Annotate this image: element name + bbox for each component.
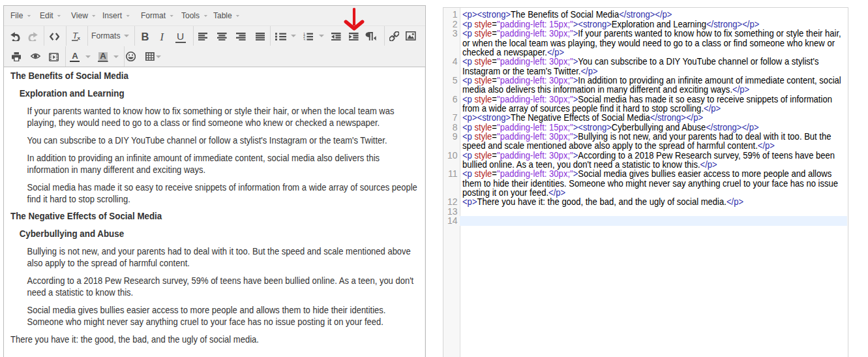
svg-text:A: A	[72, 52, 78, 60]
svg-text:3: 3	[303, 37, 305, 40]
svg-text:A: A	[100, 52, 106, 60]
